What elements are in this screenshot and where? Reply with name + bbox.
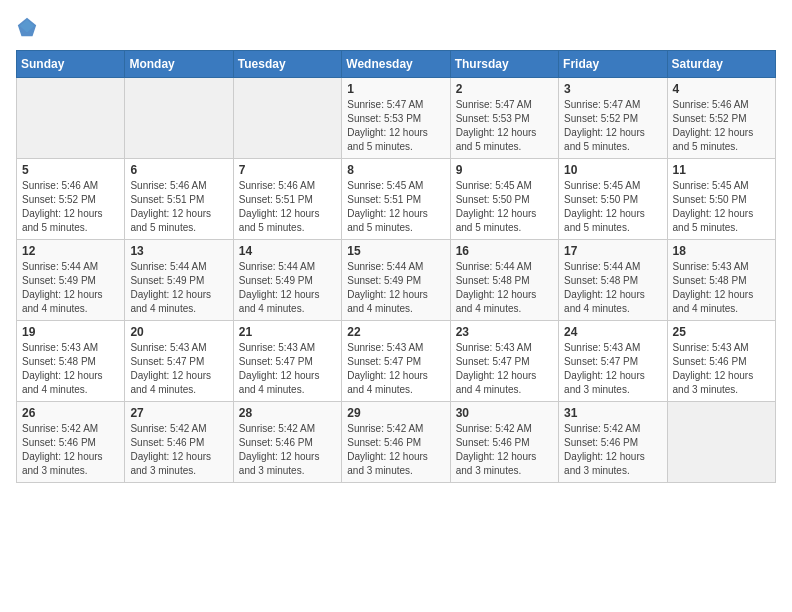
calendar-cell: 4Sunrise: 5:46 AM Sunset: 5:52 PM Daylig… (667, 78, 775, 159)
calendar-cell: 2Sunrise: 5:47 AM Sunset: 5:53 PM Daylig… (450, 78, 558, 159)
day-info: Sunrise: 5:44 AM Sunset: 5:49 PM Dayligh… (130, 260, 227, 316)
day-number: 31 (564, 406, 661, 420)
calendar-table: SundayMondayTuesdayWednesdayThursdayFrid… (16, 50, 776, 483)
day-number: 22 (347, 325, 444, 339)
calendar-week-4: 19Sunrise: 5:43 AM Sunset: 5:48 PM Dayli… (17, 321, 776, 402)
calendar-cell: 27Sunrise: 5:42 AM Sunset: 5:46 PM Dayli… (125, 402, 233, 483)
day-number: 30 (456, 406, 553, 420)
calendar-cell: 19Sunrise: 5:43 AM Sunset: 5:48 PM Dayli… (17, 321, 125, 402)
calendar-cell: 30Sunrise: 5:42 AM Sunset: 5:46 PM Dayli… (450, 402, 558, 483)
calendar-week-2: 5Sunrise: 5:46 AM Sunset: 5:52 PM Daylig… (17, 159, 776, 240)
day-number: 16 (456, 244, 553, 258)
calendar-week-5: 26Sunrise: 5:42 AM Sunset: 5:46 PM Dayli… (17, 402, 776, 483)
day-info: Sunrise: 5:43 AM Sunset: 5:47 PM Dayligh… (239, 341, 336, 397)
day-number: 5 (22, 163, 119, 177)
calendar-cell (125, 78, 233, 159)
day-number: 9 (456, 163, 553, 177)
day-info: Sunrise: 5:43 AM Sunset: 5:47 PM Dayligh… (456, 341, 553, 397)
day-info: Sunrise: 5:42 AM Sunset: 5:46 PM Dayligh… (130, 422, 227, 478)
day-info: Sunrise: 5:43 AM Sunset: 5:47 PM Dayligh… (564, 341, 661, 397)
day-info: Sunrise: 5:42 AM Sunset: 5:46 PM Dayligh… (22, 422, 119, 478)
day-info: Sunrise: 5:43 AM Sunset: 5:48 PM Dayligh… (673, 260, 770, 316)
day-number: 3 (564, 82, 661, 96)
day-number: 26 (22, 406, 119, 420)
day-info: Sunrise: 5:44 AM Sunset: 5:49 PM Dayligh… (239, 260, 336, 316)
day-info: Sunrise: 5:42 AM Sunset: 5:46 PM Dayligh… (347, 422, 444, 478)
day-info: Sunrise: 5:45 AM Sunset: 5:50 PM Dayligh… (456, 179, 553, 235)
weekday-header-thursday: Thursday (450, 51, 558, 78)
day-info: Sunrise: 5:46 AM Sunset: 5:52 PM Dayligh… (673, 98, 770, 154)
day-number: 8 (347, 163, 444, 177)
calendar-cell: 22Sunrise: 5:43 AM Sunset: 5:47 PM Dayli… (342, 321, 450, 402)
day-info: Sunrise: 5:47 AM Sunset: 5:53 PM Dayligh… (456, 98, 553, 154)
day-info: Sunrise: 5:47 AM Sunset: 5:52 PM Dayligh… (564, 98, 661, 154)
calendar-header-row: SundayMondayTuesdayWednesdayThursdayFrid… (17, 51, 776, 78)
day-number: 27 (130, 406, 227, 420)
day-info: Sunrise: 5:44 AM Sunset: 5:48 PM Dayligh… (564, 260, 661, 316)
calendar-cell: 31Sunrise: 5:42 AM Sunset: 5:46 PM Dayli… (559, 402, 667, 483)
calendar-cell: 7Sunrise: 5:46 AM Sunset: 5:51 PM Daylig… (233, 159, 341, 240)
calendar-cell (17, 78, 125, 159)
day-number: 6 (130, 163, 227, 177)
calendar-cell: 28Sunrise: 5:42 AM Sunset: 5:46 PM Dayli… (233, 402, 341, 483)
calendar-cell: 18Sunrise: 5:43 AM Sunset: 5:48 PM Dayli… (667, 240, 775, 321)
day-number: 2 (456, 82, 553, 96)
day-info: Sunrise: 5:46 AM Sunset: 5:51 PM Dayligh… (130, 179, 227, 235)
weekday-header-tuesday: Tuesday (233, 51, 341, 78)
calendar-cell: 25Sunrise: 5:43 AM Sunset: 5:46 PM Dayli… (667, 321, 775, 402)
calendar-body: 1Sunrise: 5:47 AM Sunset: 5:53 PM Daylig… (17, 78, 776, 483)
logo (16, 16, 42, 38)
day-number: 13 (130, 244, 227, 258)
weekday-header-wednesday: Wednesday (342, 51, 450, 78)
calendar-cell: 20Sunrise: 5:43 AM Sunset: 5:47 PM Dayli… (125, 321, 233, 402)
day-info: Sunrise: 5:43 AM Sunset: 5:47 PM Dayligh… (347, 341, 444, 397)
calendar-cell: 26Sunrise: 5:42 AM Sunset: 5:46 PM Dayli… (17, 402, 125, 483)
day-number: 14 (239, 244, 336, 258)
day-number: 23 (456, 325, 553, 339)
calendar-cell: 29Sunrise: 5:42 AM Sunset: 5:46 PM Dayli… (342, 402, 450, 483)
calendar-cell: 21Sunrise: 5:43 AM Sunset: 5:47 PM Dayli… (233, 321, 341, 402)
day-number: 11 (673, 163, 770, 177)
day-info: Sunrise: 5:45 AM Sunset: 5:51 PM Dayligh… (347, 179, 444, 235)
calendar-cell: 11Sunrise: 5:45 AM Sunset: 5:50 PM Dayli… (667, 159, 775, 240)
day-number: 7 (239, 163, 336, 177)
calendar-cell: 23Sunrise: 5:43 AM Sunset: 5:47 PM Dayli… (450, 321, 558, 402)
day-info: Sunrise: 5:43 AM Sunset: 5:48 PM Dayligh… (22, 341, 119, 397)
day-info: Sunrise: 5:44 AM Sunset: 5:49 PM Dayligh… (347, 260, 444, 316)
day-number: 15 (347, 244, 444, 258)
calendar-cell: 3Sunrise: 5:47 AM Sunset: 5:52 PM Daylig… (559, 78, 667, 159)
day-info: Sunrise: 5:43 AM Sunset: 5:47 PM Dayligh… (130, 341, 227, 397)
day-info: Sunrise: 5:47 AM Sunset: 5:53 PM Dayligh… (347, 98, 444, 154)
calendar-week-3: 12Sunrise: 5:44 AM Sunset: 5:49 PM Dayli… (17, 240, 776, 321)
day-number: 20 (130, 325, 227, 339)
calendar-cell: 14Sunrise: 5:44 AM Sunset: 5:49 PM Dayli… (233, 240, 341, 321)
calendar-cell: 24Sunrise: 5:43 AM Sunset: 5:47 PM Dayli… (559, 321, 667, 402)
day-info: Sunrise: 5:44 AM Sunset: 5:49 PM Dayligh… (22, 260, 119, 316)
weekday-header-saturday: Saturday (667, 51, 775, 78)
day-number: 28 (239, 406, 336, 420)
page-header (16, 16, 776, 38)
day-number: 12 (22, 244, 119, 258)
calendar-cell (233, 78, 341, 159)
weekday-header-monday: Monday (125, 51, 233, 78)
calendar-cell: 9Sunrise: 5:45 AM Sunset: 5:50 PM Daylig… (450, 159, 558, 240)
day-info: Sunrise: 5:46 AM Sunset: 5:52 PM Dayligh… (22, 179, 119, 235)
day-number: 18 (673, 244, 770, 258)
day-number: 10 (564, 163, 661, 177)
day-number: 21 (239, 325, 336, 339)
calendar-cell: 1Sunrise: 5:47 AM Sunset: 5:53 PM Daylig… (342, 78, 450, 159)
day-number: 1 (347, 82, 444, 96)
calendar-cell: 8Sunrise: 5:45 AM Sunset: 5:51 PM Daylig… (342, 159, 450, 240)
day-number: 25 (673, 325, 770, 339)
calendar-cell: 16Sunrise: 5:44 AM Sunset: 5:48 PM Dayli… (450, 240, 558, 321)
calendar-cell: 15Sunrise: 5:44 AM Sunset: 5:49 PM Dayli… (342, 240, 450, 321)
calendar-cell: 6Sunrise: 5:46 AM Sunset: 5:51 PM Daylig… (125, 159, 233, 240)
day-number: 17 (564, 244, 661, 258)
day-info: Sunrise: 5:46 AM Sunset: 5:51 PM Dayligh… (239, 179, 336, 235)
calendar-cell (667, 402, 775, 483)
logo-icon (16, 16, 38, 38)
calendar-cell: 12Sunrise: 5:44 AM Sunset: 5:49 PM Dayli… (17, 240, 125, 321)
calendar-cell: 5Sunrise: 5:46 AM Sunset: 5:52 PM Daylig… (17, 159, 125, 240)
weekday-header-sunday: Sunday (17, 51, 125, 78)
day-number: 4 (673, 82, 770, 96)
